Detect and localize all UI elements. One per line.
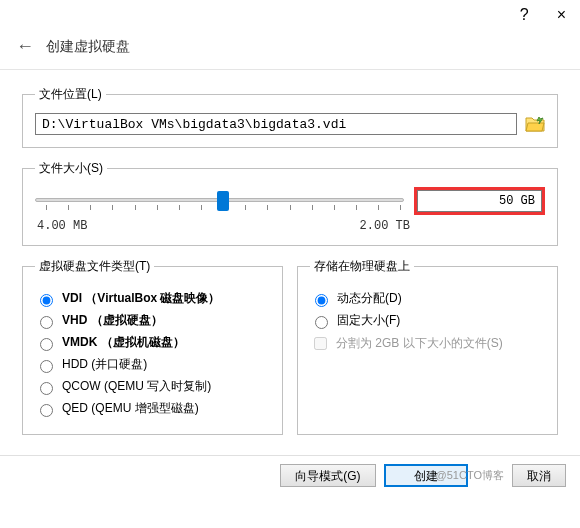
radio-vmdk[interactable]	[40, 338, 53, 351]
page-title: 创建虚拟硬盘	[46, 38, 130, 56]
file-location-legend: 文件位置(L)	[35, 86, 106, 103]
file-path-input[interactable]	[35, 113, 517, 135]
radio-qed[interactable]	[40, 404, 53, 417]
back-arrow-icon[interactable]: ←	[16, 36, 34, 57]
cancel-button[interactable]: 取消	[512, 464, 566, 487]
slider-thumb[interactable]	[217, 191, 229, 211]
label-dynamic: 动态分配(D)	[337, 290, 402, 307]
watermark-text: @51CTO博客	[436, 468, 504, 483]
radio-hdd[interactable]	[40, 360, 53, 373]
label-qed: QED (QEMU 增强型磁盘)	[62, 400, 199, 417]
radio-vdi[interactable]	[40, 294, 53, 307]
radio-fixed[interactable]	[315, 316, 328, 329]
file-size-group: 文件大小(S) 4.00 MB 2.00 TB	[22, 160, 558, 246]
browse-folder-icon[interactable]	[525, 115, 545, 133]
label-qcow: QCOW (QEMU 写入时复制)	[62, 378, 211, 395]
storage-group: 存储在物理硬盘上 动态分配(D) 固定大小(F) 分割为 2GB 以下大小的文件…	[297, 258, 558, 435]
label-vdi: VDI （VirtualBox 磁盘映像）	[62, 290, 220, 307]
radio-qcow[interactable]	[40, 382, 53, 395]
label-vmdk: VMDK （虚拟机磁盘）	[62, 334, 185, 351]
file-size-legend: 文件大小(S)	[35, 160, 107, 177]
size-min-label: 4.00 MB	[37, 219, 87, 233]
wizard-mode-button[interactable]: 向导模式(G)	[280, 464, 375, 487]
size-slider[interactable]	[35, 188, 404, 214]
file-location-group: 文件位置(L)	[22, 86, 558, 148]
label-split: 分割为 2GB 以下大小的文件(S)	[336, 335, 503, 352]
check-split	[314, 337, 327, 350]
radio-dynamic[interactable]	[315, 294, 328, 307]
label-hdd: HDD (并口硬盘)	[62, 356, 147, 373]
close-icon[interactable]: ×	[557, 6, 566, 24]
size-max-label: 2.00 TB	[360, 219, 410, 233]
help-icon[interactable]: ?	[520, 6, 529, 24]
label-fixed: 固定大小(F)	[337, 312, 400, 329]
radio-vhd[interactable]	[40, 316, 53, 329]
size-value-input[interactable]	[417, 190, 542, 212]
disk-type-group: 虚拟硬盘文件类型(T) VDI （VirtualBox 磁盘映像） VHD （虚…	[22, 258, 283, 435]
disk-type-legend: 虚拟硬盘文件类型(T)	[35, 258, 154, 275]
label-vhd: VHD （虚拟硬盘）	[62, 312, 163, 329]
storage-legend: 存储在物理硬盘上	[310, 258, 414, 275]
